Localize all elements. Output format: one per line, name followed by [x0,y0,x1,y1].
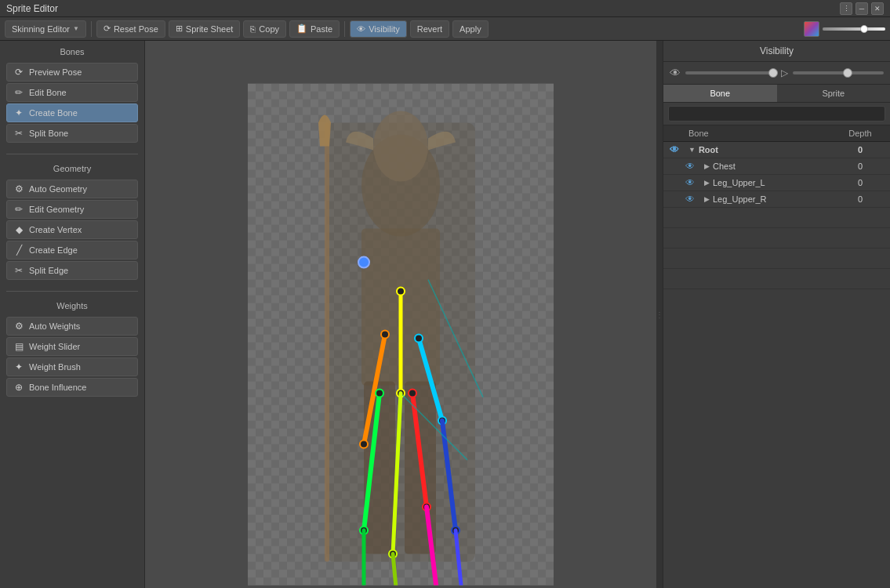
bone-row-chest[interactable]: 👁 ▶ Chest 0 [663,158,890,175]
bone-table: Bone Depth 👁 ▼ Root 0 👁 ▶ Chest 0 [663,125,890,588]
paste-button[interactable]: 📋 Paste [289,20,340,38]
weight-brush-button[interactable]: ✦ Weight Brush [6,358,138,376]
auto-geometry-icon: ⚙ [13,183,24,194]
search-bar [663,103,890,125]
copy-button[interactable]: ⎘ Copy [243,20,286,38]
bones-section: Bones ⟳ Preview Pose ✏ Edit Bone ✦ Creat… [6,47,138,144]
expand-arrow-leg-upper-l[interactable]: ▶ [704,179,710,187]
auto-weights-button[interactable]: ⚙ Auto Weights [6,317,138,336]
svg-point-15 [376,390,383,397]
bone-row-leg-upper-l[interactable]: 👁 ▶ Leg_Upper_L 0 [663,175,890,191]
close-button[interactable]: ✕ [871,2,884,15]
skinning-editor-dropdown[interactable]: Skinning Editor ▼ [5,20,86,38]
sprite-sheet-icon: ⊞ [176,24,183,34]
bone-depth-chest: 0 [837,162,884,171]
weight-slider-icon: ▤ [13,341,24,352]
svg-point-8 [397,288,405,296]
eye-toggle-leg-upper-l[interactable]: 👁 [685,177,704,188]
auto-weights-label: Auto Weights [29,321,80,331]
sprite-vis-slider-thumb[interactable] [843,68,852,78]
apply-button[interactable]: Apply [452,20,489,38]
bone-name-leg-upper-r: ▶ Leg_Upper_R [704,194,837,204]
bone-row-empty-3 [663,249,890,269]
copy-icon: ⎘ [250,24,256,34]
eye-toggle-chest[interactable]: 👁 [685,161,704,172]
bone-influence-button[interactable]: ⊕ Bone Influence [6,378,138,397]
svg-point-25 [409,390,416,397]
bone-influence-label: Bone Influence [29,383,86,392]
bone-depth-leg-upper-l: 0 [837,178,884,187]
edit-geometry-label: Edit Geometry [29,205,84,214]
bone-vis-slider[interactable] [685,71,776,74]
svg-point-12 [381,331,389,339]
split-bone-label: Split Bone [29,129,68,138]
svg-point-21 [415,335,423,343]
svg-rect-6 [325,123,329,562]
title-bar-text: Sprite Editor [6,3,58,14]
visibility-button[interactable]: 👁 Visibility [350,20,407,38]
visibility-sliders: 👁 ▷ [663,62,890,85]
expand-arrow-root[interactable]: ▼ [688,146,696,154]
svg-point-13 [360,441,368,448]
arrow-icon: ▷ [781,67,788,78]
edit-geometry-icon: ✏ [13,204,24,215]
bone-row-empty-1 [663,208,890,228]
bone-name-leg-upper-l: ▶ Leg_Upper_L [704,178,837,187]
tab-sprite[interactable]: Sprite [777,85,891,102]
collapse-handle[interactable]: ⋮ [656,41,663,588]
auto-geometry-button[interactable]: ⚙ Auto Geometry [6,180,138,198]
slider-thumb[interactable] [860,25,868,33]
slider-track [823,27,885,31]
eye-icon-left: 👁 [670,67,681,79]
bone-row-root[interactable]: 👁 ▼ Root 0 [663,142,890,158]
weight-brush-icon: ✦ [13,361,24,372]
auto-geometry-label: Auto Geometry [29,184,87,194]
create-edge-icon: ╱ [13,245,24,256]
col-depth-header: Depth [837,129,884,138]
create-vertex-button[interactable]: ◆ Create Vertex [6,220,138,239]
create-vertex-label: Create Vertex [29,225,82,234]
search-input[interactable] [668,106,885,122]
skinning-editor-label: Skinning Editor [12,24,70,34]
edit-bone-button[interactable]: ✏ Edit Bone [6,83,138,102]
split-bone-icon: ✂ [13,128,24,139]
tab-bone[interactable]: Bone [663,85,777,102]
sprite-canvas [248,84,554,586]
minimize-button[interactable]: ─ [855,2,868,15]
col-bone-header: Bone [688,129,837,138]
svg-point-2 [373,111,428,182]
weight-slider-button[interactable]: ▤ Weight Slider [6,337,138,356]
create-edge-button[interactable]: ╱ Create Edge [6,241,138,260]
create-bone-label: Create Bone [29,108,78,118]
sprite-vis-slider[interactable] [793,71,884,74]
expand-arrow-leg-upper-r[interactable]: ▶ [704,195,710,203]
create-bone-icon: ✦ [13,107,24,118]
visibility-tabs: Bone Sprite [663,85,890,103]
separator-1 [91,21,92,37]
toolbar-slider[interactable] [823,27,885,31]
eye-toggle-leg-upper-r[interactable]: 👁 [685,194,704,205]
more-button[interactable]: ⋮ [840,2,852,15]
revert-button[interactable]: Revert [410,20,449,38]
edit-geometry-button[interactable]: ✏ Edit Geometry [6,200,138,219]
title-bar: Sprite Editor ⋮ ─ ✕ [0,0,890,17]
visibility-icon: 👁 [357,24,365,34]
eye-toggle-root[interactable]: 👁 [670,144,688,155]
bone-vis-slider-thumb[interactable] [768,68,778,78]
expand-arrow-chest[interactable]: ▶ [704,162,710,170]
create-bone-button[interactable]: ✦ Create Bone [6,103,138,122]
split-bone-button[interactable]: ✂ Split Bone [6,124,138,143]
color-swatch[interactable] [804,21,819,37]
canvas-area[interactable] [145,41,656,588]
auto-weights-icon: ⚙ [13,321,24,332]
geometry-section-title: Geometry [6,164,138,175]
preview-pose-button[interactable]: ⟳ Preview Pose [6,63,138,82]
bone-table-header: Bone Depth [663,125,890,142]
split-edge-button[interactable]: ✂ Split Edge [6,261,138,280]
bone-name-chest: ▶ Chest [704,162,837,171]
sprite-sheet-button[interactable]: ⊞ Sprite Sheet [169,20,241,38]
bone-depth-leg-upper-r: 0 [837,194,884,204]
right-panel: Visibility 👁 ▷ Bone Sprite [663,41,890,588]
reset-pose-button[interactable]: ⟳ Reset Pose [96,20,165,38]
bone-row-leg-upper-r[interactable]: 👁 ▶ Leg_Upper_R 0 [663,191,890,208]
